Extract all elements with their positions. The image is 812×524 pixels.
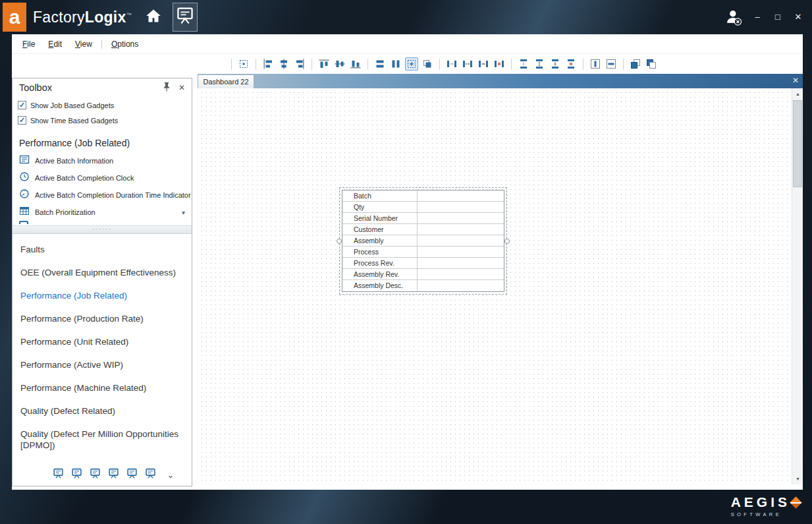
toolbar-separator bbox=[623, 59, 624, 70]
aegis-diamond-icon bbox=[790, 496, 801, 508]
table-row: Assembly Rev. bbox=[342, 269, 504, 280]
category-faults[interactable]: Faults bbox=[13, 238, 192, 261]
dashboard-designer-button[interactable] bbox=[173, 3, 198, 32]
value-cell bbox=[418, 269, 504, 279]
gadget-active-batch-information[interactable]: Active Batch Information bbox=[13, 152, 192, 169]
resize-handle-right[interactable] bbox=[504, 239, 510, 244]
app-logo: a bbox=[3, 3, 26, 32]
show-job-gadgets-checkbox[interactable]: ✓ Show Job Based Gadgets bbox=[13, 98, 192, 112]
menu-edit[interactable]: Edit bbox=[41, 36, 68, 52]
close-button[interactable]: ✕ bbox=[792, 11, 804, 23]
space-down-icon[interactable] bbox=[517, 57, 530, 71]
value-cell bbox=[418, 224, 504, 235]
scroll-up-icon[interactable]: ▲ bbox=[792, 88, 803, 100]
logo-letter: a bbox=[9, 6, 20, 28]
toolbox-splitter[interactable]: ······ bbox=[13, 225, 192, 234]
category-oee[interactable]: OEE (Overall Equipment Effectiveness) bbox=[13, 261, 192, 284]
pin-icon[interactable] bbox=[163, 82, 171, 94]
menu-view[interactable]: View bbox=[68, 36, 99, 52]
category-quality-defect-related[interactable]: Quality (Defect Related) bbox=[13, 399, 192, 422]
make-same-size-icon[interactable] bbox=[421, 57, 434, 71]
align-rights-icon[interactable] bbox=[293, 57, 306, 71]
more-categories-chevron-icon[interactable]: ⌄ bbox=[167, 470, 175, 480]
category-performance-unit-related[interactable]: Performance (Unit Related) bbox=[13, 330, 192, 353]
clipped-gadget-icon bbox=[13, 221, 192, 224]
gadget-shortcut-icon[interactable] bbox=[90, 468, 101, 482]
selected-gadget[interactable]: Batch Qty Serial Number Customer Assembl… bbox=[339, 187, 507, 295]
align-middles-icon[interactable] bbox=[333, 57, 346, 71]
table-row: Qty bbox=[342, 202, 504, 213]
center-vertically-icon[interactable] bbox=[605, 57, 618, 71]
align-centers-icon[interactable] bbox=[277, 57, 290, 71]
send-to-back-icon[interactable] bbox=[645, 57, 658, 71]
table-row: Process bbox=[342, 247, 504, 258]
space-across-icon[interactable] bbox=[445, 57, 458, 71]
tab-dashboard-22[interactable]: Dashboard 22 bbox=[198, 74, 254, 88]
toolbox-close-icon[interactable]: ✕ bbox=[178, 83, 185, 92]
decrease-space-across-icon[interactable] bbox=[477, 57, 490, 71]
titlebar-right: – □ ✕ bbox=[724, 8, 812, 26]
remove-space-down-icon[interactable] bbox=[564, 57, 578, 71]
layout-toolbar bbox=[12, 54, 803, 74]
duration-clock-icon bbox=[19, 189, 30, 202]
toolbar-separator bbox=[311, 59, 312, 70]
tab-close-icon[interactable]: ✕ bbox=[792, 76, 799, 85]
gadget-shortcut-icon[interactable] bbox=[126, 468, 138, 482]
aegis-logo: AEGIS SOFTWARE bbox=[731, 494, 800, 517]
design-canvas[interactable]: Batch Qty Serial Number Customer Assembl… bbox=[198, 88, 792, 484]
home-button[interactable] bbox=[142, 3, 165, 32]
gadget-shortcut-icon[interactable] bbox=[53, 468, 64, 482]
align-tops-icon[interactable] bbox=[317, 57, 331, 71]
batch-info-icon bbox=[19, 154, 30, 167]
value-cell bbox=[418, 258, 504, 268]
category-quality-dpmo[interactable]: Quality (Defect Per Million Opportunitie… bbox=[13, 422, 192, 457]
maximize-button[interactable]: □ bbox=[772, 11, 784, 23]
menu-options[interactable]: Options bbox=[105, 36, 145, 52]
remove-space-across-icon[interactable] bbox=[493, 57, 506, 71]
gadget-active-batch-completion-clock[interactable]: Active Batch Completion Clock bbox=[13, 169, 192, 187]
center-horizontally-icon[interactable] bbox=[589, 57, 602, 71]
gadget-shortcut-icon[interactable] bbox=[108, 468, 119, 482]
factorylogix-window: a FactoryLogix™ – □ ✕ File Edit View Opt… bbox=[0, 0, 812, 524]
gadget-shortcut-icon[interactable] bbox=[71, 468, 82, 482]
brand-factory: Factory bbox=[33, 9, 85, 26]
scroll-down-icon[interactable]: ▼ bbox=[792, 473, 803, 484]
scrollbar-thumb[interactable] bbox=[793, 100, 802, 187]
dashboard-design-area: Dashboard 22 ✕ Batch Qty Serial Number C… bbox=[198, 74, 803, 484]
category-performance-job-related[interactable]: Performance (Job Related) bbox=[13, 284, 192, 307]
batch-info-gadget-table: Batch Qty Serial Number Customer Assembl… bbox=[342, 190, 504, 292]
gadget-active-batch-completion-duration[interactable]: Active Batch Completion Duration Time In… bbox=[13, 187, 192, 204]
make-same-height-icon[interactable] bbox=[389, 57, 402, 71]
gadget-shortcut-icon[interactable] bbox=[145, 468, 156, 482]
category-performance-machine-related[interactable]: Performance (Machine Related) bbox=[13, 376, 192, 399]
show-time-gadgets-checkbox[interactable]: ✓ Show Time Based Gadgets bbox=[13, 113, 192, 127]
gadget-list-chevron-down-icon[interactable]: ▾ bbox=[182, 209, 185, 216]
snap-to-grid-icon[interactable] bbox=[237, 57, 250, 71]
value-cell bbox=[418, 280, 504, 291]
toolbox-header: Toolbox ✕ bbox=[13, 78, 192, 97]
gadget-batch-prioritization[interactable]: Batch Prioritization ▾ bbox=[13, 204, 192, 221]
clock-icon bbox=[19, 171, 30, 185]
decrease-space-down-icon[interactable] bbox=[549, 57, 562, 71]
size-to-grid-icon[interactable] bbox=[405, 57, 418, 71]
value-cell bbox=[418, 202, 504, 212]
increase-space-down-icon[interactable] bbox=[533, 57, 546, 71]
table-row: Batch bbox=[342, 190, 504, 202]
checkbox-check-icon: ✓ bbox=[18, 101, 26, 109]
align-lefts-icon[interactable] bbox=[261, 57, 275, 71]
make-same-width-icon[interactable] bbox=[373, 57, 387, 71]
resize-handle-left[interactable] bbox=[337, 239, 342, 244]
checkbox-label: Show Time Based Gadgets bbox=[30, 117, 118, 125]
user-session-button[interactable] bbox=[724, 8, 743, 26]
bring-to-front-icon[interactable] bbox=[629, 57, 642, 71]
align-bottoms-icon[interactable] bbox=[349, 57, 362, 71]
brand-text: FactoryLogix™ bbox=[33, 9, 132, 26]
menu-separator bbox=[101, 40, 102, 49]
toolbar-separator bbox=[367, 59, 368, 70]
category-performance-active-wip[interactable]: Performance (Active WIP) bbox=[13, 353, 192, 376]
increase-space-across-icon[interactable] bbox=[461, 57, 474, 71]
canvas-vertical-scrollbar[interactable]: ▲ ▼ bbox=[792, 88, 803, 484]
category-performance-production-rate[interactable]: Performance (Production Rate) bbox=[13, 307, 192, 330]
menu-file[interactable]: File bbox=[16, 36, 41, 52]
minimize-button[interactable]: – bbox=[751, 11, 763, 23]
